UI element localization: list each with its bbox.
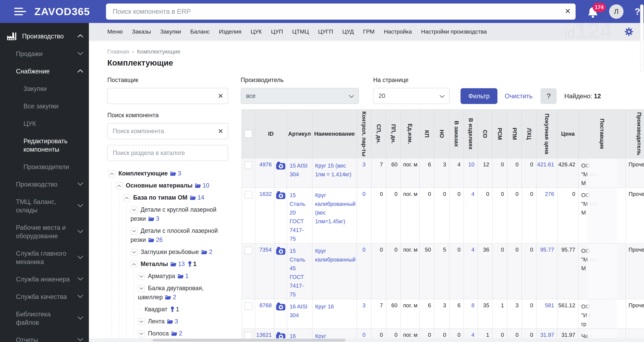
nav-item-5[interactable]: ЦУК bbox=[250, 28, 262, 35]
vertical-scrollbar-thumb[interactable] bbox=[640, 4, 644, 72]
supplier-clear-icon[interactable]: ✕ bbox=[218, 92, 224, 100]
col-header-sp[interactable]: СП, дн. bbox=[371, 110, 386, 158]
row-name-link[interactable]: Круг калиброванный (вес 1пм=1.45кг) bbox=[315, 191, 354, 226]
nav-item-12[interactable]: Настройки производства bbox=[421, 28, 487, 35]
tree-item-label[interactable]: Арматура bbox=[148, 272, 175, 280]
search-clear-icon[interactable]: ✕ bbox=[565, 8, 571, 15]
nav-item-7[interactable]: ЦТМЦ bbox=[292, 28, 309, 35]
tree-item-label[interactable]: Детали с круглой лазерной резки bbox=[130, 206, 216, 222]
cell-ctrl-params[interactable]: 0 bbox=[362, 246, 366, 253]
row-article-link[interactable]: 15 Сталь 45 ГОСТ 7417-75 bbox=[290, 246, 310, 299]
nav-item-9[interactable]: ЦУД bbox=[342, 28, 354, 35]
row-id-link[interactable]: 8768 bbox=[260, 302, 272, 308]
cell-ctrl-params[interactable]: 3 bbox=[362, 302, 366, 308]
col-header-buy-price[interactable]: Покупная цена bbox=[536, 110, 557, 158]
row-checkbox[interactable] bbox=[244, 246, 252, 254]
horizontal-scrollbar-thumb[interactable] bbox=[152, 339, 346, 342]
sidebar-item-15[interactable]: Отчеты bbox=[0, 331, 89, 342]
row-id-link[interactable]: 7354 bbox=[260, 246, 272, 253]
tree-item-label[interactable]: Металлы bbox=[140, 260, 168, 267]
row-checkbox[interactable] bbox=[244, 161, 252, 169]
col-header-pp[interactable]: ПП, дн. bbox=[386, 110, 401, 158]
help-button[interactable]: ? bbox=[634, 6, 640, 17]
sidebar-item-5[interactable]: ЦУК bbox=[0, 115, 89, 132]
sidebar-item-1[interactable]: Продажи bbox=[0, 45, 89, 62]
col-header-price[interactable]: Цена bbox=[557, 110, 578, 158]
tree-expand-icon[interactable] bbox=[130, 206, 138, 214]
sidebar-item-11[interactable]: Служба главного механика bbox=[0, 245, 89, 270]
col-header-products[interactable]: В изделиях bbox=[464, 110, 478, 158]
notifications-button[interactable]: 174 bbox=[585, 4, 600, 20]
col-header-supplier[interactable]: Поставщик bbox=[578, 110, 626, 158]
row-name-link[interactable]: Круг калиброванный bbox=[315, 246, 354, 264]
section-search-input[interactable] bbox=[108, 149, 215, 157]
col-header-ctrl[interactable]: Контрол. пар-ты bbox=[357, 110, 371, 158]
nav-item-6[interactable]: ЦУП bbox=[271, 28, 283, 35]
filter-help-button[interactable]: ? bbox=[540, 88, 556, 104]
nav-item-0[interactable]: Меню bbox=[107, 28, 123, 35]
per-page-select[interactable]: 20 bbox=[373, 88, 450, 104]
col-header-name[interactable]: Наименование bbox=[312, 110, 357, 158]
col-header-unit[interactable]: Ед.изм. bbox=[401, 110, 420, 158]
col-header-article[interactable]: Артикул bbox=[287, 110, 312, 158]
nav-item-2[interactable]: Закупки bbox=[160, 28, 181, 35]
cell-ctrl-params[interactable]: 0 bbox=[362, 332, 366, 338]
tree-expand-icon[interactable] bbox=[138, 318, 145, 325]
col-header-lhc[interactable]: ЛХЦ bbox=[522, 110, 536, 158]
user-avatar[interactable]: Л bbox=[609, 4, 624, 19]
global-search-input[interactable] bbox=[106, 8, 545, 15]
tree-item-label[interactable]: Квадрат bbox=[144, 306, 167, 313]
nav-item-8[interactable]: ЦУГП bbox=[318, 28, 333, 35]
sidebar-item-14[interactable]: Библиотека файлов bbox=[0, 306, 89, 331]
tree-item-label[interactable]: Лента bbox=[148, 318, 165, 325]
nav-item-11[interactable]: Настройка bbox=[384, 28, 412, 35]
tree-item-label[interactable]: Заглушки резьбовые bbox=[140, 248, 199, 255]
tree-expand-icon[interactable] bbox=[138, 273, 145, 280]
col-header-kp[interactable]: КП bbox=[420, 110, 434, 158]
tree-item-label[interactable]: Детали с плоской лазерной резки bbox=[130, 227, 218, 243]
sidebar-item-12[interactable]: Служба инженера bbox=[0, 270, 89, 288]
sidebar-item-10[interactable]: Рабочие места и оборудование bbox=[0, 219, 89, 245]
row-article-link[interactable]: 15 AISI 304 bbox=[290, 161, 310, 179]
sidebar-item-9[interactable]: ТМЦ, баланс, склады bbox=[0, 193, 89, 219]
row-article-link[interactable]: 15 Сталь 20 ГОСТ 7417-75 bbox=[290, 191, 310, 243]
tree-collapse-icon[interactable] bbox=[108, 170, 116, 177]
photo-camera-icon[interactable] bbox=[276, 306, 286, 312]
col-header-rsm[interactable]: РСМ bbox=[492, 110, 507, 158]
row-name-link[interactable]: Круг 16 bbox=[315, 302, 334, 311]
component-search-clear-icon[interactable]: ✕ bbox=[218, 127, 224, 135]
hamburger-menu-icon[interactable] bbox=[14, 6, 26, 17]
tree-item-label[interactable]: Основные материалы bbox=[126, 182, 192, 189]
row-id-link[interactable]: 4976 bbox=[260, 161, 272, 168]
tree-collapse-icon[interactable] bbox=[123, 194, 130, 202]
col-header-orders[interactable]: В заказах bbox=[449, 110, 464, 158]
sidebar-item-4[interactable]: Все закупки bbox=[0, 98, 89, 115]
sidebar-item-13[interactable]: Служба качества bbox=[0, 288, 89, 306]
nav-item-10[interactable]: ГРМ bbox=[363, 28, 374, 35]
sidebar-item-6[interactable]: Редактировать компоненты bbox=[0, 132, 89, 158]
sidebar-item-3[interactable]: Закупки bbox=[0, 80, 89, 98]
col-header-id[interactable]: ID bbox=[255, 110, 287, 158]
tree-expand-icon[interactable] bbox=[138, 330, 145, 337]
cell-ctrl-params[interactable]: 0 bbox=[362, 191, 366, 197]
tree-item-label[interactable]: Полоса bbox=[148, 330, 169, 337]
row-name-link[interactable]: Круг 15 (вес 1пм = 1.414кг) bbox=[315, 161, 354, 179]
tree-item-label[interactable]: База по типам ОМ bbox=[133, 194, 188, 201]
supplier-input[interactable] bbox=[108, 92, 215, 100]
row-article-link[interactable]: 16 AISI 304 bbox=[290, 302, 310, 320]
col-header-rpm[interactable]: РПМ bbox=[507, 110, 522, 158]
nav-item-3[interactable]: Баланс bbox=[190, 28, 210, 35]
settings-gear-icon[interactable] bbox=[624, 27, 634, 36]
tree-item-label[interactable]: Комплектующие bbox=[118, 170, 168, 177]
row-checkbox[interactable] bbox=[244, 302, 252, 310]
sidebar-item-8[interactable]: Производство bbox=[0, 176, 89, 193]
tree-expand-icon[interactable] bbox=[130, 249, 138, 256]
breadcrumb-home[interactable]: Главная bbox=[107, 48, 129, 55]
tree-expand-icon[interactable] bbox=[138, 285, 145, 292]
manufacturer-select[interactable]: все bbox=[241, 88, 359, 104]
photo-camera-icon[interactable] bbox=[276, 194, 286, 200]
sidebar-item-2[interactable]: Снабжение bbox=[0, 62, 89, 80]
photo-camera-icon[interactable] bbox=[276, 165, 286, 171]
clear-filters-link[interactable]: Очистить bbox=[505, 88, 532, 104]
component-search-input[interactable] bbox=[108, 128, 215, 135]
